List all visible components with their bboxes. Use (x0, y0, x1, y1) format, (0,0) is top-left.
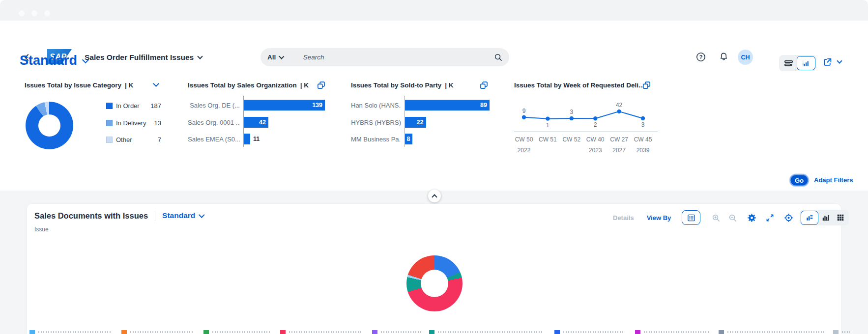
legend-label-clipped (212, 331, 270, 333)
week-line-chart[interactable]: 9132423 (514, 98, 662, 130)
card-title-week-of-delivery: Issues Total by Week of Requested Deli..… (514, 82, 644, 89)
chevron-down-icon (199, 212, 205, 218)
copy-icon[interactable] (480, 81, 488, 89)
legend-item[interactable]: In Delivery 13 (106, 119, 161, 127)
legend-icon (687, 214, 695, 222)
legend-label-clipped (563, 331, 625, 333)
legend-item[interactable] (429, 330, 544, 334)
focus-target-button[interactable] (779, 210, 798, 225)
line-data-point[interactable] (593, 116, 597, 120)
notifications-bell-icon[interactable] (719, 52, 728, 61)
dimension-label: Issue (34, 226, 49, 233)
legend-item[interactable] (719, 330, 826, 334)
legend-label-clipped (130, 331, 194, 333)
sales-organization-bar-chart: Sales Org. DE (...139Sales Org. 0001 ...… (188, 97, 340, 147)
line-data-point[interactable] (617, 110, 621, 113)
axis-line (243, 96, 244, 147)
collapse-header-button[interactable] (428, 190, 441, 202)
bar[interactable]: 22 (405, 117, 426, 128)
line-data-point[interactable] (522, 115, 526, 119)
share-menu-chevron-icon[interactable] (838, 60, 841, 64)
window-control-dot[interactable] (19, 10, 25, 16)
legend-item[interactable] (554, 330, 625, 334)
bar[interactable] (244, 134, 250, 144)
line-value-label: 3 (570, 109, 573, 115)
settings-button[interactable] (743, 210, 760, 225)
legend-item[interactable] (833, 330, 850, 334)
svg-text:?: ? (699, 54, 703, 60)
bar[interactable]: 89 (405, 100, 490, 111)
line-value-label: 42 (616, 102, 623, 109)
x-tick-label: CW 52 (559, 136, 584, 143)
filter-bar-icon (784, 59, 793, 67)
legend-item[interactable]: In Order 187 (106, 102, 161, 110)
line-data-point[interactable] (570, 116, 574, 120)
legend-swatch (106, 103, 113, 109)
bar-value: 89 (480, 102, 490, 109)
search-scope-select[interactable]: All (267, 54, 284, 61)
zoom-in-button[interactable] (707, 210, 724, 225)
bar-value: 42 (259, 119, 268, 126)
legend-swatch (554, 330, 560, 334)
window-control-dot[interactable] (44, 10, 50, 16)
legend-item[interactable] (29, 330, 112, 334)
bar-category-label: MM Business Pa... (351, 136, 401, 143)
legend-label-clipped (381, 331, 422, 333)
search-scope-value: All (267, 54, 276, 61)
legend-swatch (280, 330, 286, 334)
copy-icon[interactable] (642, 81, 651, 89)
bar-row: HYBRS (HYBRS)22 (351, 117, 503, 128)
legend-value: 187 (150, 102, 161, 110)
issue-category-donut-chart[interactable] (26, 102, 73, 149)
user-avatar[interactable]: CH (738, 50, 753, 65)
bar-value: 8 (407, 136, 413, 142)
legend-swatch (121, 330, 127, 334)
sales-documents-donut-chart[interactable] (406, 255, 463, 311)
share-icon[interactable] (823, 57, 832, 67)
x-tick-label: CW 50 (511, 136, 537, 143)
fullscreen-button[interactable] (760, 210, 779, 225)
line-data-point[interactable] (546, 116, 550, 120)
zoom-in-icon (712, 214, 720, 222)
legend-item[interactable] (635, 330, 709, 334)
legend-label-clipped (438, 331, 544, 333)
divider (155, 211, 155, 221)
bar[interactable]: 8 (405, 134, 412, 144)
legend-swatch (635, 330, 640, 334)
bar[interactable]: 139 (244, 100, 325, 111)
bar[interactable]: 42 (244, 117, 268, 128)
legend-item[interactable] (121, 330, 194, 334)
legend-item[interactable]: Other 7 (106, 136, 161, 143)
view-by-button[interactable]: View By (647, 214, 671, 222)
column-chart-toggle[interactable] (818, 211, 833, 225)
chart-view-toggle-selected[interactable] (797, 56, 815, 70)
adapt-filters-button[interactable]: Adapt Filters (814, 176, 853, 184)
window-control-dot[interactable] (31, 10, 37, 16)
table-grid-icon (837, 214, 844, 222)
legend-toggle-button[interactable] (682, 210, 700, 225)
copy-icon[interactable] (317, 81, 325, 89)
legend-item[interactable] (203, 330, 270, 334)
page-variant-selector[interactable]: Standard (20, 53, 88, 68)
table-grid-toggle[interactable] (833, 211, 848, 225)
legend-label-clipped (644, 331, 709, 333)
legend-item[interactable] (280, 330, 363, 334)
filter-bar-view-toggle[interactable] (780, 56, 797, 70)
zoom-out-button[interactable] (724, 210, 741, 225)
legend-swatch (372, 330, 377, 334)
search-icon[interactable] (494, 53, 502, 61)
app-title-menu[interactable]: Sales Order Fulfillment Issues (85, 53, 202, 62)
legend-swatch (29, 330, 35, 334)
avatar-initials: CH (741, 54, 750, 61)
help-icon[interactable]: ? (696, 52, 706, 62)
line-data-point[interactable] (641, 116, 645, 120)
search-input[interactable] (302, 53, 494, 61)
legend-swatch (833, 330, 839, 334)
legend-item[interactable] (372, 330, 422, 334)
go-button[interactable]: Go (790, 174, 809, 186)
section-variant-selector[interactable]: Standard (162, 211, 204, 220)
card-dropdown-chevron-icon[interactable] (154, 83, 158, 87)
chart-with-legend-toggle-selected[interactable] (801, 211, 818, 225)
details-button[interactable]: Details (613, 214, 634, 222)
bar-row: 11Sales EMEA (S0... (188, 134, 340, 144)
